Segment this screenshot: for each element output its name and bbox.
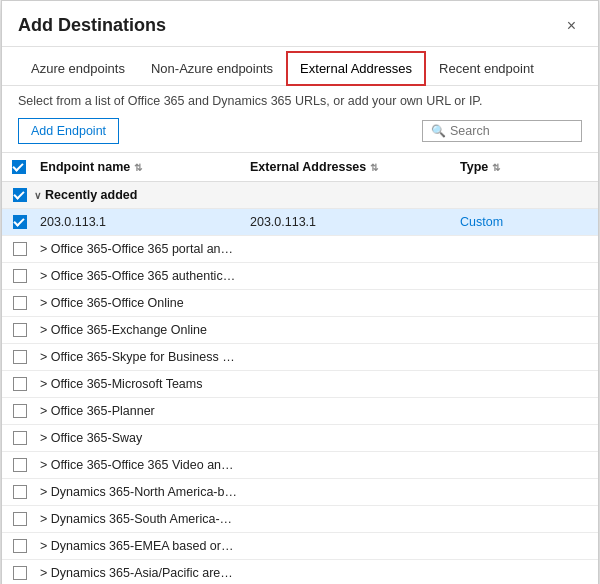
name-sort-icon[interactable]: ⇅ [134,162,142,173]
row-name-11: > Dynamics 365-North America-based ... [34,479,244,505]
row-name-5: > Office 365-Exchange Online [34,317,244,343]
col-scroll [574,153,594,181]
row-name-1: 203.0.113.1 [34,209,244,235]
row-name-2: > Office 365-Office 365 portal and shar.… [34,236,244,262]
add-endpoint-button[interactable]: Add Endpoint [18,118,119,144]
row-checkbox-14[interactable] [13,566,27,580]
table-area: Endpoint name ⇅ External Addresses ⇅ Typ… [2,152,598,584]
row-checkbox-6[interactable] [13,350,27,364]
tab-recent[interactable]: Recent endpoint [426,51,547,86]
table-row: > Office 365-Microsoft Teams [2,371,598,398]
row-checkbox-13[interactable] [13,539,27,553]
table-row: > Office 365-Sway [2,425,598,452]
row-checkbox-2[interactable] [13,242,27,256]
row-name-13: > Dynamics 365-EMEA based organizat... [34,533,244,559]
row-name-8: > Office 365-Planner [34,398,244,424]
tab-non-azure[interactable]: Non-Azure endpoints [138,51,286,86]
row-name-9: > Office 365-Sway [34,425,244,451]
row-checkbox-11[interactable] [13,485,27,499]
row-checkbox-9[interactable] [13,431,27,445]
col-addresses: External Addresses ⇅ [244,153,454,181]
table-row: > Office 365-Exchange Online [2,317,598,344]
table-row: > Office 365-Office 365 authentication .… [2,263,598,290]
row-checkbox-1[interactable] [13,215,27,229]
description-text: Select from a list of Office 365 and Dyn… [2,86,598,114]
row-type-1: Custom [454,209,574,235]
select-all-checkbox[interactable] [12,160,26,174]
group-label-recently-added[interactable]: ∨ Recently added [34,183,244,207]
row-checkbox-10[interactable] [13,458,27,472]
row-name-3: > Office 365-Office 365 authentication .… [34,263,244,289]
row-checkbox-12[interactable] [13,512,27,526]
table-row: > Office 365-Office Online [2,290,598,317]
row-checkbox-cell [6,209,34,235]
search-box[interactable]: 🔍 [422,120,582,142]
group-checkbox-cell [6,182,34,208]
toolbar: Add Endpoint 🔍 [2,114,598,152]
row-name-6: > Office 365-Skype for Business Online [34,344,244,370]
table-row: > Dynamics 365-North America-based ... [2,479,598,506]
table-row: > Dynamics 365-EMEA based organizat... [2,533,598,560]
tab-azure[interactable]: Azure endpoints [18,51,138,86]
table-body: ∨ Recently added 203.0.113.1 203.0.113.1… [2,182,598,584]
tab-external[interactable]: External Addresses [286,51,426,86]
table-row: > Office 365-Skype for Business Online [2,344,598,371]
table-row: > Dynamics 365-South America-based ... [2,506,598,533]
table-row: 203.0.113.1 203.0.113.1 Custom [2,209,598,236]
row-name-4: > Office 365-Office Online [34,290,244,316]
table-row: > Office 365-Planner [2,398,598,425]
type-sort-icon[interactable]: ⇅ [492,162,500,173]
close-button[interactable]: × [561,16,582,36]
tabs-bar: Azure endpoints Non-Azure endpoints Exte… [2,51,598,86]
row-name-14: > Dynamics 365-Asia/Pacific area-base... [34,560,244,584]
search-icon: 🔍 [431,124,446,138]
row-checkbox-5[interactable] [13,323,27,337]
add-destinations-dialog: Add Destinations × Azure endpoints Non-A… [1,0,599,584]
row-checkbox-3[interactable] [13,269,27,283]
dialog-title: Add Destinations [18,15,166,36]
addresses-sort-icon[interactable]: ⇅ [370,162,378,173]
row-name-7: > Office 365-Microsoft Teams [34,371,244,397]
table-row: > Office 365-Office 365 portal and shar.… [2,236,598,263]
group-address-cell [244,189,454,201]
row-name-10: > Office 365-Office 365 Video and Micr..… [34,452,244,478]
dialog-header: Add Destinations × [2,1,598,47]
row-checkbox-8[interactable] [13,404,27,418]
col-type: Type ⇅ [454,153,574,181]
search-input[interactable] [450,124,573,138]
col-checkbox [6,153,34,181]
group-row-recently-added: ∨ Recently added [2,182,598,209]
group-checkbox-recently-added[interactable] [13,188,27,202]
group-type-cell [454,189,574,201]
table-header: Endpoint name ⇅ External Addresses ⇅ Typ… [2,153,598,182]
table-row: > Dynamics 365-Asia/Pacific area-base... [2,560,598,584]
row-name-12: > Dynamics 365-South America-based ... [34,506,244,532]
row-address-1: 203.0.113.1 [244,209,454,235]
table-row: > Office 365-Office 365 Video and Micr..… [2,452,598,479]
col-name: Endpoint name ⇅ [34,153,244,181]
row-checkbox-7[interactable] [13,377,27,391]
expand-icon: ∨ [34,190,41,201]
row-checkbox-4[interactable] [13,296,27,310]
